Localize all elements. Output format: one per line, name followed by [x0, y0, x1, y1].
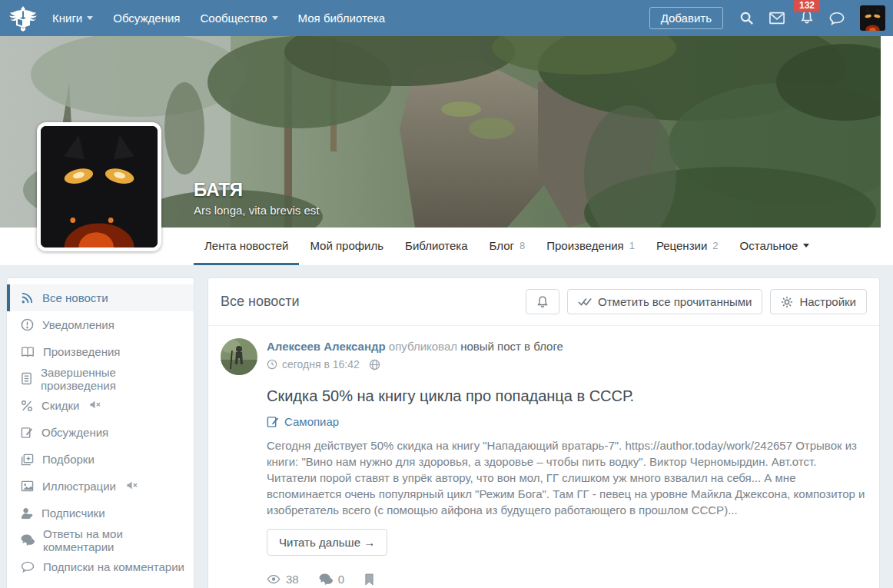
mark-all-read-label: Отметить все прочитанными: [598, 295, 752, 308]
comment-outline-icon: [21, 561, 35, 573]
sidebar-item-label: Подборки: [42, 453, 95, 466]
sidebar-item-label: Все новости: [42, 291, 108, 304]
sidebar-item-label: Подписки на комментарии: [43, 560, 184, 573]
nav-right-controls: Добавить 132: [649, 5, 885, 31]
feed-main: Все новости Отметить все прочитанными: [207, 277, 880, 588]
search-icon[interactable]: [739, 11, 754, 26]
tab-label: Лента новостей: [204, 239, 288, 252]
sidebar-item-label: Произведения: [43, 345, 120, 358]
post-header: Алексеев Александр опубликовал новый пос…: [221, 338, 867, 375]
profile-avatar[interactable]: [37, 122, 161, 251]
muted-icon[interactable]: [89, 399, 101, 412]
tab-news-feed[interactable]: Лента новостей: [194, 228, 299, 265]
page-content: Все новости Уведомления Произведения Зав…: [0, 265, 893, 588]
post-author-avatar[interactable]: [221, 338, 257, 375]
nav-item-my-library[interactable]: Моя библиотека: [298, 12, 386, 25]
sidebar-item-comment-subscriptions[interactable]: Подписки на комментарии: [7, 553, 194, 580]
clock-icon: [267, 359, 277, 370]
read-more-button[interactable]: Читать дальше →: [267, 529, 387, 556]
sidebar-item-label: Подписчики: [41, 507, 105, 520]
post-body: Скидка 50% на книгу цикла про попаданца …: [221, 387, 867, 586]
feed-post: Алексеев Александр опубликовал новый пос…: [208, 326, 879, 588]
sidebar-item-discussions[interactable]: Обсуждения: [7, 419, 194, 446]
bookmark-button[interactable]: [364, 573, 374, 586]
tab-reviews[interactable]: Рецензии 2: [646, 228, 729, 265]
open-book-icon: [21, 346, 35, 358]
post-byline-block: Алексеев Александр опубликовал новый пос…: [267, 338, 563, 375]
globe-icon: [369, 359, 380, 370]
comments-count: 0: [338, 573, 344, 586]
nav-links: Книги Обсуждения Сообщество Моя библиоте…: [52, 12, 385, 25]
tab-count: 1: [629, 240, 635, 251]
comments-filled-icon: [319, 573, 333, 585]
nav-item-discussions[interactable]: Обсуждения: [113, 12, 180, 25]
tab-works[interactable]: Произведения 1: [536, 228, 646, 265]
tab-label: Библиотека: [405, 239, 468, 252]
feed-actions: Отметить все прочитанными Настройки: [526, 289, 867, 314]
post-author-link[interactable]: Алексеев Александр: [267, 340, 386, 353]
sidebar-item-notifications[interactable]: Уведомления: [7, 311, 194, 338]
tab-label: Произведения: [546, 239, 623, 252]
tab-label: Рецензии: [656, 239, 707, 252]
sidebar-item-label: Обсуждения: [41, 426, 108, 439]
notifications-bell-icon[interactable]: 132: [800, 10, 814, 27]
notifications-count-badge: 132: [794, 0, 820, 12]
sidebar-item-illustrations[interactable]: Иллюстрации: [7, 473, 194, 500]
feed-title: Все новости: [221, 294, 300, 310]
feed-settings-button[interactable]: Настройки: [770, 289, 867, 314]
tab-count: 2: [712, 240, 718, 251]
book-icon: [21, 372, 32, 385]
sidebar-item-all-news[interactable]: Все новости: [7, 284, 194, 311]
site-logo-icon[interactable]: [6, 3, 40, 34]
add-button[interactable]: Добавить: [649, 7, 723, 29]
tab-blog[interactable]: Блог 8: [479, 228, 536, 265]
post-action-text: опубликовал: [389, 340, 457, 353]
post-stats: 38 0: [267, 573, 867, 586]
comments-stat[interactable]: 0: [319, 573, 344, 586]
caret-down-icon: [272, 16, 278, 20]
mark-all-read-button[interactable]: Отметить все прочитанными: [567, 289, 762, 314]
bell-icon: [536, 295, 549, 308]
tab-library[interactable]: Библиотека: [394, 228, 479, 265]
caret-down-icon: [87, 16, 93, 20]
nav-item-label: Сообщество: [200, 12, 267, 25]
tab-count: 8: [520, 240, 525, 251]
gear-icon: [781, 296, 793, 308]
sidebar-item-followers[interactable]: Подписчики: [7, 500, 194, 527]
nav-item-books[interactable]: Книги: [52, 12, 93, 25]
tab-label: Мой профиль: [310, 239, 383, 252]
top-navigation: Книги Обсуждения Сообщество Моя библиоте…: [0, 0, 893, 36]
chat-bubble-icon[interactable]: [829, 11, 845, 26]
feed-sidebar: Все новости Уведомления Произведения Зав…: [6, 277, 194, 588]
post-text: Сегодня действует 50% скидка на книгу "Н…: [267, 437, 867, 518]
envelope-icon[interactable]: [769, 11, 785, 26]
sidebar-item-discounts[interactable]: Скидки: [7, 392, 194, 419]
post-title[interactable]: Скидка 50% на книгу цикла про попаданца …: [267, 387, 867, 405]
user-avatar[interactable]: [860, 5, 885, 31]
feed-header: Все новости Отметить все прочитанными: [208, 278, 879, 326]
sidebar-item-label: Уведомления: [42, 318, 115, 331]
tab-other[interactable]: Остальное: [729, 228, 821, 265]
eye-icon: [267, 574, 281, 584]
nav-item-label: Моя библиотека: [298, 12, 386, 25]
nav-item-community[interactable]: Сообщество: [200, 12, 277, 25]
bookmark-icon: [364, 573, 374, 586]
note-edit-icon: [21, 427, 33, 439]
tab-my-profile[interactable]: Мой профиль: [299, 228, 394, 265]
muted-icon[interactable]: [126, 480, 138, 493]
double-check-icon: [578, 297, 592, 307]
post-tag[interactable]: Самопиар: [267, 415, 867, 428]
sidebar-item-replies[interactable]: Ответы на мои комментарии: [7, 527, 194, 553]
sidebar-item-works[interactable]: Произведения: [7, 338, 194, 365]
sidebar-item-finished-works[interactable]: Завершенные произведения: [7, 365, 194, 392]
post-target-link[interactable]: новый пост в блоге: [460, 340, 563, 353]
follower-icon: [21, 507, 33, 520]
sidebar-item-collections[interactable]: Подборки: [7, 446, 194, 473]
feed-card: Все новости Отметить все прочитанными: [207, 277, 880, 588]
image-icon: [21, 480, 34, 492]
feed-settings-label: Настройки: [799, 295, 856, 308]
rss-icon: [21, 291, 34, 304]
comments-filled-icon: [21, 534, 35, 546]
tab-label: Остальное: [740, 239, 798, 252]
feed-notifications-button[interactable]: [526, 289, 559, 314]
